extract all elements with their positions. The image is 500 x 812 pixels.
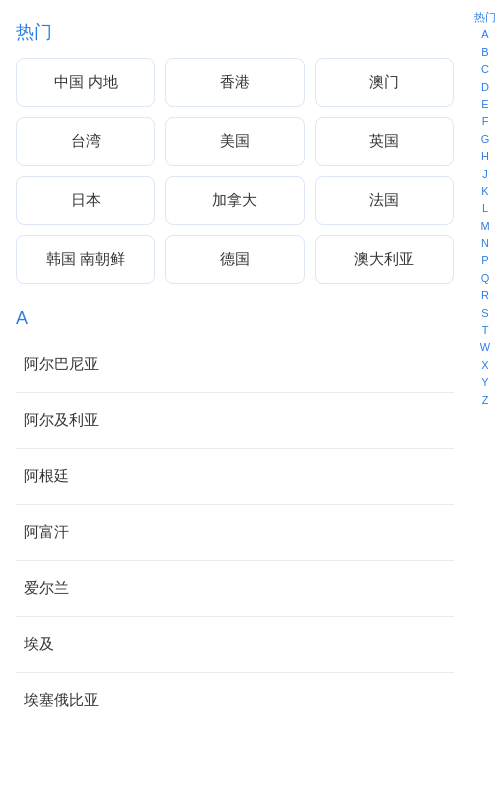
country-list-item[interactable]: 阿尔巴尼亚 [16, 337, 454, 393]
alpha-index: 热门ABCDEFGHJKLMNPQRSTWXYZ [470, 0, 500, 812]
country-list-item[interactable]: 埃塞俄比亚 [16, 673, 454, 728]
alpha-index-item[interactable]: D [470, 80, 500, 95]
hot-item[interactable]: 英国 [315, 117, 454, 166]
alpha-index-item[interactable]: A [470, 27, 500, 42]
alpha-index-item[interactable]: P [470, 253, 500, 268]
alpha-index-item[interactable]: B [470, 45, 500, 60]
hot-section-title: 热门 [16, 20, 454, 44]
alpha-index-item[interactable]: T [470, 323, 500, 338]
alpha-index-item[interactable]: X [470, 358, 500, 373]
alpha-index-item[interactable]: W [470, 340, 500, 355]
alpha-index-item[interactable]: M [470, 219, 500, 234]
alpha-index-item[interactable]: Z [470, 393, 500, 408]
alpha-index-item[interactable]: H [470, 149, 500, 164]
alpha-index-item[interactable]: J [470, 167, 500, 182]
alpha-section-title: A [16, 308, 454, 329]
alpha-index-item[interactable]: Y [470, 375, 500, 390]
country-list: 阿尔巴尼亚阿尔及利亚阿根廷阿富汗爱尔兰埃及埃塞俄比亚 [16, 337, 454, 728]
hot-item[interactable]: 中国 内地 [16, 58, 155, 107]
hot-item[interactable]: 台湾 [16, 117, 155, 166]
hot-item[interactable]: 韩国 南朝鲜 [16, 235, 155, 284]
country-list-item[interactable]: 埃及 [16, 617, 454, 673]
alpha-index-item[interactable]: R [470, 288, 500, 303]
country-list-item[interactable]: 阿根廷 [16, 449, 454, 505]
alpha-index-item[interactable]: K [470, 184, 500, 199]
alpha-index-item[interactable]: E [470, 97, 500, 112]
alpha-index-item[interactable]: G [470, 132, 500, 147]
alpha-index-item[interactable]: S [470, 306, 500, 321]
country-list-item[interactable]: 爱尔兰 [16, 561, 454, 617]
country-list-item[interactable]: 阿尔及利亚 [16, 393, 454, 449]
alpha-index-item[interactable]: C [470, 62, 500, 77]
hot-item[interactable]: 澳大利亚 [315, 235, 454, 284]
hot-grid: 中国 内地香港澳门台湾美国英国日本加拿大法国韩国 南朝鲜德国澳大利亚 [16, 58, 454, 284]
hot-item[interactable]: 香港 [165, 58, 304, 107]
hot-item[interactable]: 法国 [315, 176, 454, 225]
hot-item[interactable]: 日本 [16, 176, 155, 225]
alpha-index-item[interactable]: 热门 [470, 10, 500, 25]
alpha-index-item[interactable]: L [470, 201, 500, 216]
hot-item[interactable]: 美国 [165, 117, 304, 166]
hot-item[interactable]: 加拿大 [165, 176, 304, 225]
alpha-index-item[interactable]: Q [470, 271, 500, 286]
country-list-item[interactable]: 阿富汗 [16, 505, 454, 561]
hot-item[interactable]: 澳门 [315, 58, 454, 107]
main-content: 热门 中国 内地香港澳门台湾美国英国日本加拿大法国韩国 南朝鲜德国澳大利亚 A … [0, 0, 470, 748]
alpha-index-item[interactable]: N [470, 236, 500, 251]
hot-item[interactable]: 德国 [165, 235, 304, 284]
alpha-index-item[interactable]: F [470, 114, 500, 129]
